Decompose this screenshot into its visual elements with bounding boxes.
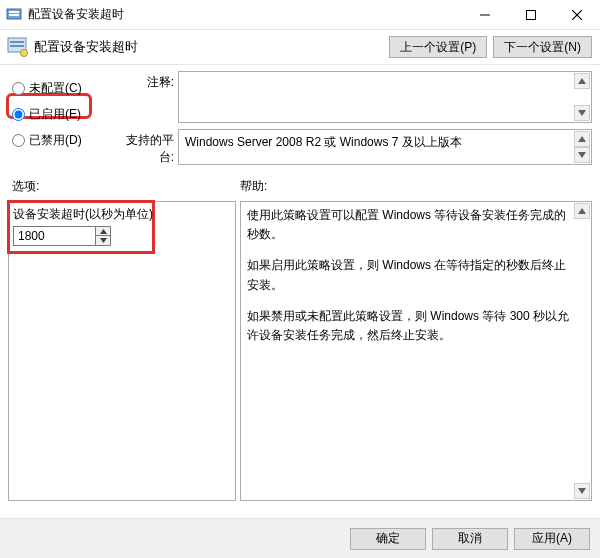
svg-rect-8 [10, 41, 24, 43]
svg-rect-9 [10, 45, 24, 47]
scroll-up-icon[interactable] [574, 73, 590, 89]
window-title: 配置设备安装超时 [22, 6, 462, 23]
svg-rect-2 [9, 14, 19, 16]
platform-value: Windows Server 2008 R2 或 Windows 7 及以上版本 [185, 135, 462, 149]
scroll-down-icon[interactable] [574, 105, 590, 121]
close-button[interactable] [554, 0, 600, 29]
scroll-down-icon[interactable] [574, 147, 590, 163]
svg-rect-1 [9, 11, 19, 13]
apply-button[interactable]: 应用(A) [514, 528, 590, 550]
options-pane: 设备安装超时(以秒为单位) [8, 201, 236, 501]
help-pane: 使用此策略设置可以配置 Windows 等待设备安装任务完成的秒数。 如果启用此… [240, 201, 592, 501]
radio-enabled-label: 已启用(E) [29, 106, 81, 123]
spinner-up-button[interactable] [96, 227, 110, 236]
radio-enabled[interactable] [12, 108, 25, 121]
timeout-input[interactable] [13, 226, 95, 246]
radio-not-configured-label: 未配置(C) [29, 80, 82, 97]
radio-disabled[interactable] [12, 134, 25, 147]
help-text-2: 如果启用此策略设置，则 Windows 在等待指定的秒数后终止安装。 [247, 256, 571, 294]
platform-label: 支持的平台: [112, 129, 178, 166]
scroll-up-icon[interactable] [574, 131, 590, 147]
page-title: 配置设备安装超时 [34, 38, 389, 56]
maximize-button[interactable] [508, 0, 554, 29]
spinner-down-button[interactable] [96, 236, 110, 245]
radio-disabled-label: 已禁用(D) [29, 132, 82, 149]
timeout-label: 设备安装超时(以秒为单位) [13, 206, 153, 223]
svg-marker-12 [578, 110, 586, 116]
svg-rect-4 [527, 10, 536, 19]
minimize-button[interactable] [462, 0, 508, 29]
comment-field[interactable] [178, 71, 592, 123]
options-label: 选项: [12, 178, 240, 195]
svg-marker-15 [100, 229, 107, 234]
scroll-down-icon[interactable] [574, 483, 590, 499]
help-text-1: 使用此策略设置可以配置 Windows 等待设备安装任务完成的秒数。 [247, 206, 571, 244]
help-label: 帮助: [240, 178, 592, 195]
svg-point-10 [21, 50, 28, 57]
radio-not-configured[interactable] [12, 82, 25, 95]
platform-field: Windows Server 2008 R2 或 Windows 7 及以上版本 [178, 129, 592, 165]
svg-marker-13 [578, 136, 586, 142]
policy-icon [6, 36, 28, 58]
app-icon [6, 7, 22, 23]
help-text-3: 如果禁用或未配置此策略设置，则 Windows 等待 300 秒以允许设备安装任… [247, 307, 571, 345]
previous-setting-button[interactable]: 上一个设置(P) [389, 36, 487, 58]
cancel-button[interactable]: 取消 [432, 528, 508, 550]
next-setting-button[interactable]: 下一个设置(N) [493, 36, 592, 58]
scroll-up-icon[interactable] [574, 203, 590, 219]
svg-marker-14 [578, 152, 586, 158]
svg-marker-16 [100, 238, 107, 243]
ok-button[interactable]: 确定 [350, 528, 426, 550]
svg-marker-11 [578, 78, 586, 84]
comment-label: 注释: [112, 71, 178, 123]
svg-marker-18 [578, 488, 586, 494]
svg-marker-17 [578, 208, 586, 214]
